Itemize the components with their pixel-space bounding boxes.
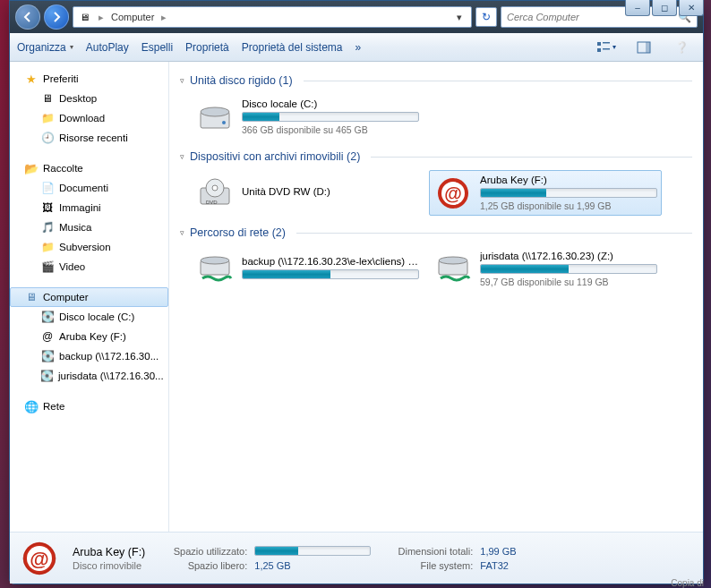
computer-icon: 🖥 (24, 290, 39, 304)
nav-item-icon: 💽 (40, 310, 55, 324)
libraries-item[interactable]: 📄Documenti (10, 178, 168, 198)
nav-computer-label: Computer (43, 292, 89, 303)
drive-item[interactable]: backup (\\172.16.30.23\e-lex\cliens) (Y:… (191, 246, 424, 292)
libraries-item[interactable]: 📁Subversion (10, 237, 168, 257)
drive-capacity-bar (480, 188, 657, 198)
nav-item-label: Disco locale (C:) (59, 311, 134, 322)
nav-libraries-header[interactable]: 📂 Raccolte (10, 158, 168, 178)
details-cols-2: Dimensioni totali: 1,99 GB File system: … (383, 546, 516, 571)
computer-item[interactable]: 💽jurisdata (\\172.16.30... (10, 366, 168, 386)
close-button[interactable]: ✕ (679, 0, 704, 16)
drive-grid: Disco locale (C:)366 GB disponibile su 4… (180, 94, 692, 140)
organize-menu[interactable]: Organizza (17, 41, 73, 54)
nav-item-icon: 🖥 (40, 91, 55, 106)
minimize-button[interactable]: – (625, 0, 650, 16)
drive-icon: DVD (195, 175, 235, 211)
libraries-item[interactable]: 🎬Video (10, 257, 168, 277)
computer-icon: 🖥 (77, 10, 91, 24)
svg-text:@: @ (30, 548, 48, 570)
eject-button[interactable]: Espelli (141, 41, 173, 54)
computer-item[interactable]: @Aruba Key (F:) (10, 327, 168, 346)
svg-rect-3 (603, 48, 610, 50)
drive-capacity-bar (242, 269, 419, 279)
drive-item[interactable]: DVDUnità DVD RW (D:) (191, 170, 424, 216)
forward-arrow-icon (50, 11, 63, 23)
details-used-bar (254, 546, 371, 556)
nav-network-header[interactable]: 🌐 Rete (10, 396, 168, 416)
nav-group-network: 🌐 Rete (10, 396, 168, 416)
nav-item-icon: 💽 (40, 369, 54, 383)
view-options-button[interactable]: ▾ (592, 38, 621, 57)
drive-icon (195, 251, 235, 287)
details-cols-1: Spazio utilizzato: Spazio libero: 1,25 G… (158, 546, 371, 571)
toolbar: Organizza AutoPlay Espelli Proprietà Pro… (10, 33, 703, 62)
nav-item-label: Musica (59, 222, 91, 233)
network-icon: 🌐 (24, 399, 39, 413)
main-area: ★ Preferiti 🖥Desktop📁Download🕘Risorse re… (10, 62, 703, 532)
address-dropdown-button[interactable]: ▾ (451, 9, 467, 25)
nav-item-label: Desktop (59, 93, 97, 104)
section-divider (371, 157, 692, 158)
favorites-item[interactable]: 🕘Risorse recenti (10, 128, 168, 148)
libraries-item[interactable]: 🎵Musica (10, 217, 168, 237)
svg-point-8 (222, 121, 226, 124)
nav-item-icon: @ (40, 329, 55, 344)
favorites-item[interactable]: 📁Download (10, 108, 168, 128)
breadcrumb-sep-icon: ▸ (158, 12, 170, 23)
libraries-item[interactable]: 🖼Immagini (10, 198, 168, 217)
window-controls: – ◻ ✕ (625, 0, 704, 16)
refresh-button[interactable]: ↻ (475, 7, 497, 27)
drive-capacity-bar (242, 112, 419, 122)
drive-icon (433, 251, 473, 287)
computer-item[interactable]: 💽backup (\\172.16.30... (10, 346, 168, 366)
nav-computer-header[interactable]: 🖥 Computer (10, 287, 168, 307)
nav-network-label: Rete (43, 401, 64, 412)
details-total-label: Dimensioni totali: (383, 546, 473, 557)
svg-rect-0 (597, 42, 601, 46)
drive-item[interactable]: jurisdata (\\172.16.30.23) (Z:)59,7 GB d… (429, 246, 662, 292)
content-pane[interactable]: ▿Unità disco rigido (1)Disco locale (C:)… (169, 62, 703, 532)
details-total-value: 1,99 GB (480, 546, 516, 557)
svg-text:DVD: DVD (206, 200, 218, 205)
breadcrumb-sep-icon: ▸ (95, 12, 107, 23)
drive-item[interactable]: @Aruba Key (F:)1,25 GB disponibile su 1,… (429, 170, 662, 216)
nav-item-icon: 📁 (40, 240, 55, 254)
preview-pane-button[interactable] (630, 38, 658, 57)
breadcrumb-location[interactable]: Computer (111, 12, 154, 22)
svg-point-17 (201, 257, 229, 264)
toolbar-overflow-button[interactable]: » (356, 41, 362, 54)
section-header[interactable]: ▿Dispositivi con archivi rimovibili (2) (180, 150, 692, 163)
drive-subtitle: 59,7 GB disponibile su 119 GB (480, 277, 657, 287)
navigation-tree[interactable]: ★ Preferiti 🖥Desktop📁Download🕘Risorse re… (10, 62, 169, 532)
section-divider (304, 81, 692, 81)
system-properties-button[interactable]: Proprietà del sistema (242, 41, 343, 54)
address-bar-row: 🖥 ▸ Computer ▸ ▾ ↻ 🔍 (10, 1, 703, 33)
properties-button[interactable]: Proprietà (185, 41, 229, 54)
svg-text:@: @ (444, 183, 462, 203)
drive-name: Disco locale (C:) (242, 98, 419, 109)
forward-button[interactable] (44, 4, 69, 30)
nav-group-libraries: 📂 Raccolte 📄Documenti🖼Immagini🎵Musica📁Su… (10, 158, 168, 277)
help-button[interactable]: ❔ (667, 38, 696, 57)
nav-item-label: Video (59, 261, 85, 272)
collapse-icon: ▿ (180, 152, 184, 161)
details-used-label: Spazio utilizzato: (158, 546, 247, 557)
footer-text: Copia di (671, 578, 704, 588)
drive-subtitle: 1,25 GB disponibile su 1,99 GB (480, 200, 657, 211)
nav-item-icon: 📁 (40, 111, 55, 125)
back-button[interactable] (15, 4, 40, 30)
drive-item[interactable]: Disco locale (C:)366 GB disponibile su 4… (191, 94, 424, 140)
drive-subtitle: 366 GB disponibile su 465 GB (242, 124, 419, 135)
address-bar[interactable]: 🖥 ▸ Computer ▸ ▾ (73, 6, 472, 28)
maximize-button[interactable]: ◻ (652, 0, 677, 16)
section-header[interactable]: ▿Unità disco rigido (1) (180, 74, 692, 87)
nav-favorites-header[interactable]: ★ Preferiti (10, 69, 168, 89)
svg-point-19 (439, 257, 467, 264)
autoplay-button[interactable]: AutoPlay (86, 41, 129, 54)
section-header[interactable]: ▿Percorso di rete (2) (180, 226, 692, 239)
computer-item[interactable]: 💽Disco locale (C:) (10, 307, 168, 327)
drive-name: Unità DVD RW (D:) (242, 186, 419, 197)
drive-capacity-bar (480, 264, 657, 274)
favorites-item[interactable]: 🖥Desktop (10, 89, 168, 108)
back-arrow-icon (21, 11, 34, 23)
